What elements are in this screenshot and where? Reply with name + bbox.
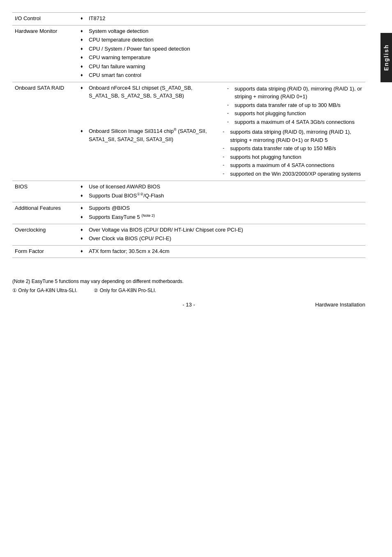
page-footer: - 13 - Hardware Installation <box>12 302 365 308</box>
bullet-item: ♦Supports @BIOS <box>81 204 363 212</box>
row-content: ♦ATX form factor; 30.5cm x 24.4cm <box>78 245 365 258</box>
bullet-text: Use of licensed AWARD BIOS <box>89 183 160 191</box>
table-row: I/O Control♦IT8712 <box>12 13 365 26</box>
bullet-text: CPU / System / Power fan speed detection <box>89 45 190 53</box>
bullet-text: System voltage detection <box>89 27 148 35</box>
sub-list: -supports data striping (RAID 0), mirror… <box>227 85 363 127</box>
bullet-symbol: ♦ <box>81 63 87 70</box>
bullet-text: Over Voltage via BIOS (CPU/ DDR/ HT-Link… <box>89 226 243 234</box>
note-text: (Note 2) EasyTune 5 functions may vary d… <box>12 278 365 284</box>
bottom-section: (Note 2) EasyTune 5 functions may vary d… <box>12 274 365 293</box>
sub-item: -supports data striping (RAID 0), mirror… <box>227 85 363 101</box>
dash-symbol: - <box>223 161 228 169</box>
bullet-item: ♦CPU smart fan control <box>81 71 363 79</box>
row-label: Overclocking <box>12 224 78 245</box>
row-label: Form Factor <box>12 245 78 258</box>
row-label: BIOS <box>12 181 78 202</box>
sub-content: supports data transfer rate of up to 300… <box>235 101 363 109</box>
sub-content: supports hot plugging function <box>230 153 363 161</box>
sub-item: -supports data transfer rate of up to 30… <box>227 101 363 109</box>
bullet-item: ♦Use of licensed AWARD BIOS <box>81 183 363 191</box>
bullet-symbol: ♦ <box>81 36 87 43</box>
row-content: ♦IT8712 <box>78 13 365 26</box>
bullet-text: CPU warning temperature <box>89 53 150 62</box>
bullet-item: ♦Onboard Silicon Image Sil3114 chip® (SA… <box>81 127 363 178</box>
bullet-text: ATX form factor; 30.5cm x 24.4cm <box>89 247 169 255</box>
footnote-row: ① Only for GA-K8N Ultra-SLI. ② Only for … <box>12 288 365 293</box>
sub-list: -supports data striping (RAID 0), mirror… <box>223 128 363 178</box>
bullet-text: Over Clock via BIOS (CPU/ PCI-E) <box>89 234 171 243</box>
bullet-text: CPU temperature detection <box>89 36 154 44</box>
bullet-symbol: ♦ <box>81 213 87 220</box>
sub-item: -supported on the Win 2003/2000/XP opera… <box>223 170 363 178</box>
spec-table: I/O Control♦IT8712Hardware Monitor♦Syste… <box>12 12 365 258</box>
dash-symbol: - <box>227 85 233 92</box>
bullet-item: ♦System voltage detection <box>81 27 363 35</box>
row-label: Onboard SATA RAID <box>12 82 78 181</box>
sub-content: supports data striping (RAID 0), mirrori… <box>230 128 363 144</box>
bullet-item: ♦Over Voltage via BIOS (CPU/ DDR/ HT-Lin… <box>81 226 363 234</box>
bullet-item: ♦CPU temperature detection <box>81 36 363 44</box>
bullet-item: ♦CPU / System / Power fan speed detectio… <box>81 45 363 53</box>
bullet-symbol: ♦ <box>81 45 87 52</box>
bullet-text: Supports EasyTune 5 (Note 2) <box>89 213 155 221</box>
dash-symbol: - <box>223 144 228 152</box>
bullet-symbol: ♦ <box>81 53 87 61</box>
bullet-item: ♦CPU fan failure warning <box>81 63 363 71</box>
table-row: Additional Features♦Supports @BIOS♦Suppo… <box>12 202 365 224</box>
bullet-item: ♦Over Clock via BIOS (CPU/ PCI-E) <box>81 234 363 243</box>
bullet-text: CPU smart fan control <box>89 71 141 79</box>
bullet-symbol: ♦ <box>81 84 87 91</box>
sub-content: supported on the Win 2003/2000/XP operat… <box>230 170 363 178</box>
footnote2: ② Only for GA-K8N Pro-SLI. <box>94 288 156 293</box>
bullet-symbol: ♦ <box>81 247 87 255</box>
row-label: I/O Control <box>12 13 78 26</box>
bullet-text: Supports @BIOS <box>89 204 130 212</box>
bullet-symbol: ♦ <box>81 234 87 242</box>
page-number: - 13 - <box>182 302 195 308</box>
bullet-text: IT8712 <box>89 14 105 23</box>
sub-item: -supports hot plugging function <box>227 109 363 118</box>
sub-content: supports a maximum of 4 SATA connections <box>230 161 363 169</box>
bullet-text: Onboard Silicon Image Sil3114 chip® (SAT… <box>89 127 214 143</box>
table-row: Form Factor♦ATX form factor; 30.5cm x 24… <box>12 245 365 258</box>
table-row: Overclocking♦Over Voltage via BIOS (CPU/… <box>12 224 365 245</box>
bullet-item: ♦Supports EasyTune 5 (Note 2) <box>81 213 363 221</box>
bullet-text: Onboard nForce4 SLI chipset (S_ATA0_SB, … <box>89 84 219 100</box>
row-content: ♦Supports @BIOS♦Supports EasyTune 5 (Not… <box>78 202 365 224</box>
row-content: ♦Over Voltage via BIOS (CPU/ DDR/ HT-Lin… <box>78 224 365 245</box>
bullet-item: ♦Onboard nForce4 SLI chipset (S_ATA0_SB,… <box>81 84 363 127</box>
row-content: ♦Use of licensed AWARD BIOS♦Supports Dua… <box>78 181 365 202</box>
sub-item: -supports data striping (RAID 0), mirror… <box>223 128 363 144</box>
sub-content: supports a maximum of 4 SATA 3Gb/s conne… <box>235 118 363 126</box>
sub-item: -supports hot plugging function <box>223 153 363 161</box>
sub-item: -supports data transfer rate of up to 15… <box>223 144 363 153</box>
main-content: I/O Control♦IT8712Hardware Monitor♦Syste… <box>12 12 365 308</box>
dash-symbol: - <box>223 153 228 160</box>
row-content: ♦Onboard nForce4 SLI chipset (S_ATA0_SB,… <box>78 82 365 181</box>
sub-content: supports hot plugging function <box>235 109 363 118</box>
row-label: Hardware Monitor <box>12 25 78 82</box>
sub-content: supports data transfer rate of up to 150… <box>230 144 363 153</box>
row-label: Additional Features <box>12 202 78 224</box>
bullet-symbol: ♦ <box>81 183 87 190</box>
bullet-item: ♦Supports Dual BIOS①②/Q-Flash <box>81 192 363 200</box>
bullet-text: CPU fan failure warning <box>89 63 145 71</box>
page-container: English I/O Control♦IT8712Hardware Monit… <box>0 0 392 557</box>
bullet-text: Supports Dual BIOS①②/Q-Flash <box>89 192 164 200</box>
table-row: Hardware Monitor♦System voltage detectio… <box>12 25 365 82</box>
dash-symbol: - <box>227 109 233 117</box>
dash-symbol: - <box>227 101 233 109</box>
dash-symbol: - <box>223 128 228 135</box>
table-row: BIOS♦Use of licensed AWARD BIOS♦Supports… <box>12 181 365 202</box>
bullet-symbol: ♦ <box>81 204 87 211</box>
bullet-symbol: ♦ <box>81 226 87 233</box>
sub-item: -supports a maximum of 4 SATA connection… <box>223 161 363 169</box>
bullet-symbol: ♦ <box>81 14 87 22</box>
bullet-item: ♦IT8712 <box>81 14 363 23</box>
page-label: Hardware Installation <box>315 302 365 308</box>
table-row: Onboard SATA RAID♦Onboard nForce4 SLI ch… <box>12 82 365 181</box>
bullet-symbol: ♦ <box>81 71 87 79</box>
bullet-symbol: ♦ <box>81 192 87 199</box>
sub-content: supports data striping (RAID 0), mirrori… <box>235 85 363 101</box>
